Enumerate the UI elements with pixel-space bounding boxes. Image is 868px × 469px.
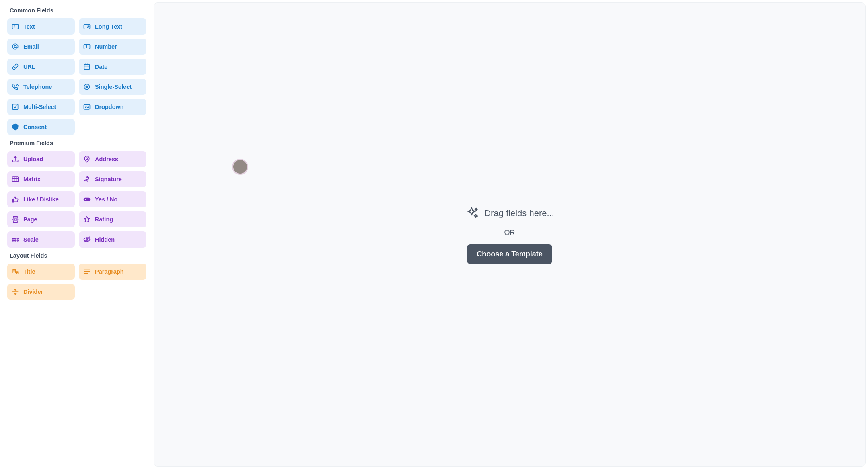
field-label: Like / Dislike <box>23 196 59 203</box>
field-label: Hidden <box>95 236 115 243</box>
field-title[interactable]: Title <box>7 264 75 280</box>
at-icon <box>11 43 19 51</box>
text-icon <box>11 23 19 31</box>
divider-icon <box>11 288 19 296</box>
star-icon <box>83 215 91 223</box>
thumbs-icon <box>11 195 19 203</box>
field-label: Single-Select <box>95 84 132 90</box>
drag-hint: Drag fields here... <box>465 205 554 221</box>
field-single-select[interactable]: Single-Select <box>79 79 146 95</box>
svg-rect-4 <box>84 64 89 70</box>
field-page[interactable]: Page <box>7 211 75 227</box>
field-label: Dropdown <box>95 104 124 110</box>
svg-rect-7 <box>12 104 18 109</box>
field-label: Number <box>95 43 117 50</box>
field-label: URL <box>23 63 35 70</box>
fields-sidebar: Common Fields Text Long Text Email Numbe… <box>0 0 154 469</box>
field-label: Yes / No <box>95 196 117 203</box>
field-email[interactable]: Email <box>7 39 75 55</box>
upload-icon <box>11 155 19 163</box>
field-hidden[interactable]: Hidden <box>79 231 146 248</box>
field-label: Title <box>23 268 35 275</box>
shield-icon <box>11 123 19 131</box>
field-number[interactable]: Number <box>79 39 146 55</box>
field-label: Consent <box>23 124 47 130</box>
choose-template-button[interactable]: Choose a Template <box>467 244 552 264</box>
field-text[interactable]: Text <box>7 18 75 35</box>
pin-icon <box>83 155 91 163</box>
svg-rect-10 <box>12 177 19 182</box>
svg-point-9 <box>86 158 88 159</box>
toggle-icon <box>83 195 91 203</box>
common-fields-grid: Text Long Text Email Number URL <box>7 18 146 135</box>
field-label: Long Text <box>95 23 122 30</box>
canvas-wrapper: Drag fields here... OR Choose a Template <box>154 0 868 469</box>
field-label: Text <box>23 23 35 30</box>
field-dropdown[interactable]: Dropdown <box>79 99 146 115</box>
field-consent[interactable]: Consent <box>7 119 75 135</box>
field-label: Scale <box>23 236 39 243</box>
field-label: Matrix <box>23 176 41 182</box>
field-scale[interactable]: Scale <box>7 231 75 248</box>
form-canvas-dropzone[interactable]: Drag fields here... OR Choose a Template <box>154 2 866 467</box>
page-break-icon <box>11 215 19 223</box>
heading-icon <box>11 268 19 276</box>
field-like-dislike[interactable]: Like / Dislike <box>7 191 75 207</box>
field-label: Date <box>95 63 107 70</box>
field-matrix[interactable]: Matrix <box>7 171 75 187</box>
field-label: Page <box>23 216 37 223</box>
checkbox-icon <box>11 103 19 111</box>
common-fields-heading: Common Fields <box>10 7 146 14</box>
svg-rect-0 <box>12 24 19 29</box>
phone-icon <box>11 83 19 91</box>
field-long-text[interactable]: Long Text <box>79 18 146 35</box>
field-rating[interactable]: Rating <box>79 211 146 227</box>
drag-hint-text: Drag fields here... <box>484 208 554 219</box>
svg-point-18 <box>17 240 19 241</box>
svg-point-15 <box>17 238 19 239</box>
svg-point-13 <box>12 238 14 239</box>
field-label: Paragraph <box>95 268 124 275</box>
signature-icon <box>83 175 91 183</box>
field-label: Signature <box>95 176 122 182</box>
svg-point-14 <box>15 238 16 239</box>
field-label: Telephone <box>23 84 52 90</box>
svg-point-16 <box>12 240 14 241</box>
dropdown-icon <box>83 103 91 111</box>
field-divider[interactable]: Divider <box>7 284 75 300</box>
premium-fields-heading: Premium Fields <box>10 140 146 146</box>
link-icon <box>11 63 19 71</box>
radio-icon <box>83 83 91 91</box>
field-telephone[interactable]: Telephone <box>7 79 75 95</box>
field-label: Address <box>95 156 118 162</box>
svg-point-6 <box>86 86 88 88</box>
field-paragraph[interactable]: Paragraph <box>79 264 146 280</box>
number-icon <box>83 43 91 51</box>
premium-fields-grid: Upload Address Matrix Signature Like / D <box>7 151 146 248</box>
svg-rect-8 <box>84 104 90 109</box>
eye-off-icon <box>83 236 91 244</box>
field-multi-select[interactable]: Multi-Select <box>7 99 75 115</box>
svg-point-17 <box>15 240 16 241</box>
field-label: Divider <box>23 289 43 295</box>
field-label: Upload <box>23 156 43 162</box>
field-label: Email <box>23 43 39 50</box>
field-url[interactable]: URL <box>7 59 75 75</box>
field-yes-no[interactable]: Yes / No <box>79 191 146 207</box>
or-separator: OR <box>504 229 515 237</box>
sparkle-icon <box>465 205 479 221</box>
calendar-icon <box>83 63 91 71</box>
table-icon <box>11 175 19 183</box>
field-label: Rating <box>95 216 113 223</box>
field-address[interactable]: Address <box>79 151 146 167</box>
cursor-indicator <box>232 159 248 175</box>
field-upload[interactable]: Upload <box>7 151 75 167</box>
long-text-icon <box>83 23 91 31</box>
svg-point-12 <box>85 199 86 200</box>
layout-fields-grid: Title Paragraph Divider <box>7 264 146 300</box>
layout-fields-heading: Layout Fields <box>10 252 146 259</box>
scale-icon <box>11 236 19 244</box>
field-signature[interactable]: Signature <box>79 171 146 187</box>
field-date[interactable]: Date <box>79 59 146 75</box>
paragraph-icon <box>83 268 91 276</box>
